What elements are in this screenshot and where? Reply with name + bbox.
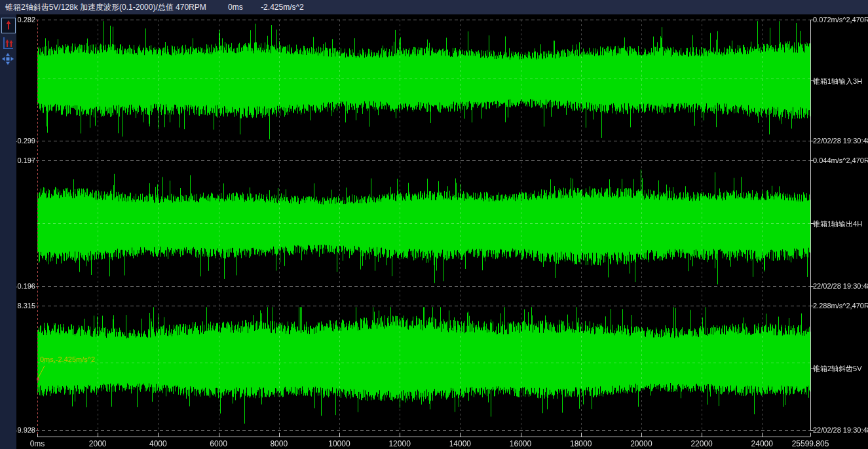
cursor-arrow-icon	[2, 18, 15, 33]
toolbar-sidebar	[0, 14, 16, 449]
channel-peak-label: 0.072m/s^2,470RPM	[813, 16, 868, 24]
x-axis-tick-label: 6000	[189, 439, 248, 448]
title-bar: 锥箱2轴斜齿5V/128k 加速度波形(0.1-2000)/总值 470RPM …	[0, 0, 868, 14]
channel-name-label: 锥箱1轴输入3H	[813, 77, 868, 86]
x-axis-tick-label: 14000	[430, 439, 489, 448]
cursor-annotation: 0ms,-2.425m/s^2	[40, 355, 95, 363]
channel-peak-label: 2.288m/s^2,470RPM	[813, 302, 868, 310]
x-axis-end-label: 25599.805	[781, 439, 840, 448]
x-axis-tick-label: 2000	[68, 439, 127, 448]
channel-timestamp-label: 22/02/28 19:30:48	[813, 426, 868, 434]
x-axis-tick-label: 0ms	[8, 439, 67, 448]
channel-name-label: 锥箱2轴斜齿5V	[813, 364, 868, 374]
channel-timestamp-label: 22/02/28 19:30:48	[813, 137, 868, 145]
channel-peak-label: 0.044m/s^2,470RPM	[813, 156, 868, 164]
channel-name-label: 锥箱1轴输出4H	[813, 219, 868, 229]
x-axis-tick-label: 18000	[552, 439, 611, 448]
x-axis-tick-label: 4000	[128, 439, 187, 448]
x-axis-tick-label: 8000	[250, 439, 309, 448]
spectrum-icon	[1, 36, 14, 50]
x-axis-tick-label: 20000	[612, 439, 671, 448]
waveform-cursor-tool-button[interactable]	[1, 18, 16, 33]
channel-timestamp-label: 22/02/28 19:30:48	[813, 282, 868, 290]
x-axis-tick-label: 16000	[491, 439, 550, 448]
x-axis-tick-label: 22000	[672, 439, 731, 448]
x-axis-tick-label: 12000	[370, 439, 429, 448]
page-title: 锥箱2轴斜齿5V/128k 加速度波形(0.1-2000)/总值 470RPM	[5, 3, 206, 12]
x-axis-tick-label: 10000	[310, 439, 369, 448]
spectrum-tool-button[interactable]	[1, 36, 14, 50]
waveform-plot[interactable]	[0, 0, 868, 449]
pan-move-icon	[1, 52, 14, 65]
cursor-value-readout: -2.425m/s^2	[261, 3, 304, 12]
cursor-time-readout: 0ms	[228, 3, 243, 12]
app-window: 锥箱2轴斜齿5V/128k 加速度波形(0.1-2000)/总值 470RPM …	[0, 0, 868, 449]
pan-tool-button[interactable]	[1, 52, 14, 65]
